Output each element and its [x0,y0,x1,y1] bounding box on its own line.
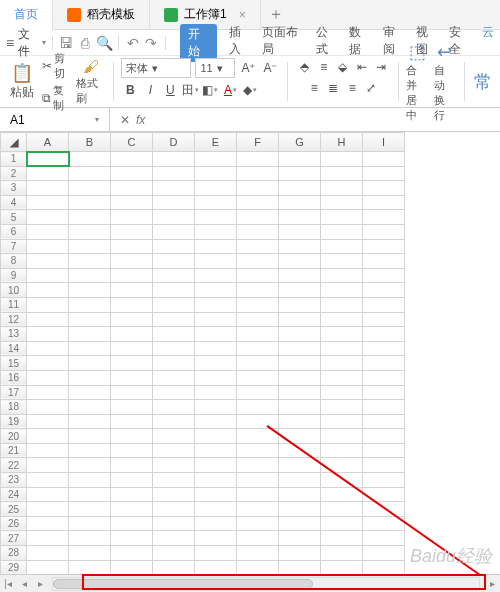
cell[interactable] [237,400,279,415]
cell[interactable] [279,181,321,196]
column-header[interactable]: I [363,133,405,152]
cell[interactable] [321,224,363,239]
cell[interactable] [237,502,279,517]
cell[interactable] [363,356,405,371]
cell[interactable] [363,443,405,458]
cell[interactable] [69,414,111,429]
cell[interactable] [27,152,69,167]
cell[interactable] [27,268,69,283]
cut-button[interactable]: ✂剪切 [42,51,72,81]
cell[interactable] [195,254,237,269]
cell[interactable] [279,268,321,283]
cell[interactable] [111,152,153,167]
cell[interactable] [153,181,195,196]
align-bottom-button[interactable]: ⬙ [334,58,352,76]
cell[interactable] [237,268,279,283]
format-brush-button[interactable]: 🖌格式刷 [76,58,105,106]
cell[interactable] [237,560,279,575]
cell[interactable] [27,166,69,181]
cell[interactable] [321,531,363,546]
horizontal-scrollbar[interactable] [52,577,480,591]
cell[interactable] [69,429,111,444]
cell[interactable] [279,283,321,298]
cell[interactable] [279,356,321,371]
cell[interactable] [153,560,195,575]
wrap-text-button[interactable]: ↩自动换行 [434,58,456,105]
cell[interactable] [279,473,321,488]
cell[interactable] [279,152,321,167]
cell[interactable] [321,473,363,488]
cell[interactable] [237,210,279,225]
cell[interactable] [195,297,237,312]
cell[interactable] [153,429,195,444]
cell[interactable] [363,166,405,181]
cell[interactable] [153,516,195,531]
row-header[interactable]: 9 [1,268,27,283]
cell[interactable] [195,546,237,561]
cell[interactable] [363,283,405,298]
row-header[interactable]: 16 [1,370,27,385]
cell[interactable] [195,210,237,225]
row-header[interactable]: 12 [1,312,27,327]
cell[interactable] [195,400,237,415]
cell[interactable] [111,370,153,385]
cell[interactable] [237,429,279,444]
cell[interactable] [363,385,405,400]
row-header[interactable]: 27 [1,531,27,546]
cell[interactable] [321,400,363,415]
row-header[interactable]: 11 [1,297,27,312]
cell[interactable] [153,502,195,517]
cell[interactable] [153,385,195,400]
cell[interactable] [27,429,69,444]
cell[interactable] [111,458,153,473]
save-icon[interactable]: 🖫 [59,35,74,51]
cell[interactable] [237,356,279,371]
column-header[interactable]: G [279,133,321,152]
cell[interactable] [111,400,153,415]
sheet-first-button[interactable]: |◂ [0,578,16,589]
cell[interactable] [27,458,69,473]
cell[interactable] [237,487,279,502]
row-header[interactable]: 18 [1,400,27,415]
cell[interactable] [111,502,153,517]
increase-font-button[interactable]: A⁺ [239,59,257,77]
new-tab-button[interactable]: ＋ [261,4,291,25]
cell[interactable] [321,181,363,196]
cell[interactable] [321,166,363,181]
cell[interactable] [363,429,405,444]
cell[interactable] [69,502,111,517]
cell[interactable] [363,210,405,225]
cell[interactable] [69,487,111,502]
cell[interactable] [153,239,195,254]
row-header[interactable]: 26 [1,516,27,531]
cell[interactable] [111,487,153,502]
cell[interactable] [27,312,69,327]
row-header[interactable]: 10 [1,283,27,298]
cell[interactable] [195,195,237,210]
cell[interactable] [321,487,363,502]
paste-button[interactable]: 📋粘贴 [6,62,38,101]
row-header[interactable]: 14 [1,341,27,356]
spreadsheet-grid[interactable]: ◢ABCDEFGHI 12345678910111213141516171819… [0,132,405,592]
cell[interactable] [69,400,111,415]
cancel-formula-icon[interactable]: ✕ [120,113,130,127]
cell[interactable] [27,254,69,269]
cell[interactable] [321,546,363,561]
cell[interactable] [69,166,111,181]
align-middle-button[interactable]: ≡ [315,58,333,76]
cell[interactable] [279,414,321,429]
merge-center-button[interactable]: ⬚合并居中 [406,58,428,105]
cell[interactable] [153,341,195,356]
cell[interactable] [195,385,237,400]
column-header[interactable]: C [111,133,153,152]
cell[interactable] [27,210,69,225]
cell[interactable] [27,327,69,342]
cell[interactable] [321,297,363,312]
cell[interactable] [153,195,195,210]
cell[interactable] [279,429,321,444]
row-header[interactable]: 15 [1,356,27,371]
cell[interactable] [111,254,153,269]
cell[interactable] [69,239,111,254]
cell[interactable] [195,224,237,239]
cell[interactable] [195,473,237,488]
